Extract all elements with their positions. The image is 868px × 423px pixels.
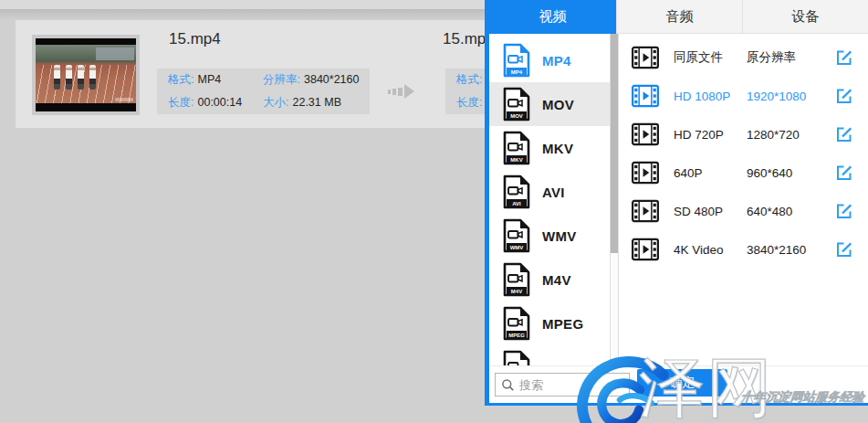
edit-preset-icon[interactable]: [835, 48, 853, 67]
preset-resolution: 1920*1080: [747, 90, 835, 103]
filmstrip-icon: [632, 122, 659, 146]
format-label: AVI: [542, 185, 565, 200]
partial-file-icon: [503, 350, 530, 365]
search-box[interactable]: [495, 373, 630, 397]
preset-resolution: 3840*2160: [747, 243, 835, 257]
video-frame: [36, 38, 136, 111]
svg-text:MKV: MKV: [510, 157, 522, 163]
mkv-file-icon: MKV: [503, 131, 530, 165]
mp4-file-icon: MP4: [503, 43, 530, 78]
mpeg-file-icon: MPEG: [503, 306, 530, 341]
scene-people: [54, 65, 96, 90]
preset-hd1080p[interactable]: HD 1080P 1920*1080: [619, 77, 868, 115]
source-duration: 长度:00:00:14: [157, 95, 252, 111]
avi-file-icon: AVI: [503, 174, 530, 209]
source-format: 格式:MP4: [157, 72, 252, 88]
source-info-box: 格式:MP4 分辨率:3840*2160 长度:00:00:14 大小:22.3…: [157, 69, 370, 114]
format-option-partial[interactable]: [489, 345, 610, 365]
wmv-file-icon: WMV: [503, 218, 530, 253]
tab-device[interactable]: 设备: [742, 0, 868, 34]
preset-4k[interactable]: 4K Video 3840*2160: [619, 230, 868, 269]
svg-text:MOV: MOV: [510, 113, 523, 119]
format-label: MKV: [542, 141, 573, 156]
video-thumbnail: [32, 35, 140, 115]
filmstrip-icon: [632, 84, 659, 108]
preset-name: SD 480P: [674, 205, 747, 218]
format-tabbar: 视频 音频 设备: [489, 0, 868, 34]
preset-original[interactable]: 同原文件 原分辨率: [619, 38, 868, 77]
svg-text:MPEG: MPEG: [508, 333, 525, 338]
popup-bottom-bar: 确定: [489, 365, 868, 403]
format-option-mpeg[interactable]: MPEG MPEG: [489, 301, 610, 345]
scene-building: [96, 48, 134, 60]
preset-hd720p[interactable]: HD 720P 1280*720: [619, 115, 868, 153]
format-label: M4V: [542, 272, 571, 288]
format-list: MP4 MP4 MOV MOV: [489, 34, 610, 365]
format-option-mkv[interactable]: MKV MKV: [489, 126, 610, 170]
preset-resolution: 960*640: [747, 166, 835, 180]
format-option-wmv[interactable]: WMV WMV: [489, 214, 610, 258]
video-watermark: [115, 98, 133, 101]
format-picker-popup: 视频 音频 设备 MP4 MP4: [485, 0, 868, 406]
scrollbar-thumb[interactable]: [611, 34, 618, 253]
source-file-title: 15.mp4: [169, 30, 221, 48]
preset-resolution: 原分辨率: [747, 49, 835, 66]
source-size: 大小:22.31 MB: [252, 95, 370, 111]
format-option-avi[interactable]: AVI AVI: [489, 170, 610, 214]
tab-audio[interactable]: 音频: [616, 0, 742, 34]
svg-text:MP4: MP4: [511, 69, 523, 75]
edit-preset-icon[interactable]: [835, 125, 853, 143]
format-option-m4v[interactable]: M4V M4V: [489, 258, 610, 301]
video-converter-window: 15.mp4 格式:MP4 分辨率:3840*2160 长度:00:00:14 …: [0, 0, 868, 423]
format-label: MP4: [542, 53, 571, 69]
preset-name: 同原文件: [674, 49, 747, 66]
filmstrip-icon: [632, 238, 659, 261]
format-label: MPEG: [542, 316, 583, 332]
video-scene: [36, 45, 136, 103]
format-list-scrollbar[interactable]: [610, 34, 619, 379]
edit-preset-icon[interactable]: [835, 240, 853, 259]
edit-preset-icon[interactable]: [835, 87, 853, 105]
source-resolution: 分辨率:3840*2160: [252, 72, 370, 88]
preset-name: HD 720P: [674, 128, 747, 142]
ok-button[interactable]: 确定: [637, 369, 727, 397]
preset-name: 640P: [674, 166, 747, 180]
svg-text:AVI: AVI: [512, 201, 521, 206]
m4v-file-icon: M4V: [503, 262, 530, 297]
preset-name: HD 1080P: [674, 90, 747, 103]
format-label: WMV: [542, 228, 577, 244]
mov-file-icon: MOV: [503, 87, 530, 122]
search-icon: [501, 378, 515, 392]
format-label: MOV: [542, 97, 574, 112]
preset-list: 同原文件 原分辨率 HD 1080P 1920*1080: [619, 34, 868, 365]
preset-sd480p[interactable]: SD 480P 640*480: [619, 192, 868, 230]
preset-640p[interactable]: 640P 960*640: [619, 153, 868, 192]
preset-resolution: 640*480: [747, 205, 835, 218]
tab-video[interactable]: 视频: [489, 0, 616, 34]
format-option-mp4[interactable]: MP4 MP4: [489, 38, 610, 82]
filmstrip-icon: [632, 161, 659, 185]
search-input[interactable]: [519, 378, 615, 392]
filmstrip-icon: [632, 199, 659, 223]
convert-arrow-icon: [388, 84, 414, 99]
preset-name: 4K Video: [674, 243, 747, 257]
filmstrip-icon: [632, 46, 659, 69]
format-option-mov[interactable]: MOV MOV: [489, 82, 610, 126]
svg-text:WMV: WMV: [510, 245, 524, 250]
preset-resolution: 1280*720: [747, 128, 835, 142]
edit-preset-icon[interactable]: [835, 202, 853, 220]
edit-preset-icon[interactable]: [835, 164, 853, 182]
svg-text:M4V: M4V: [511, 289, 522, 294]
